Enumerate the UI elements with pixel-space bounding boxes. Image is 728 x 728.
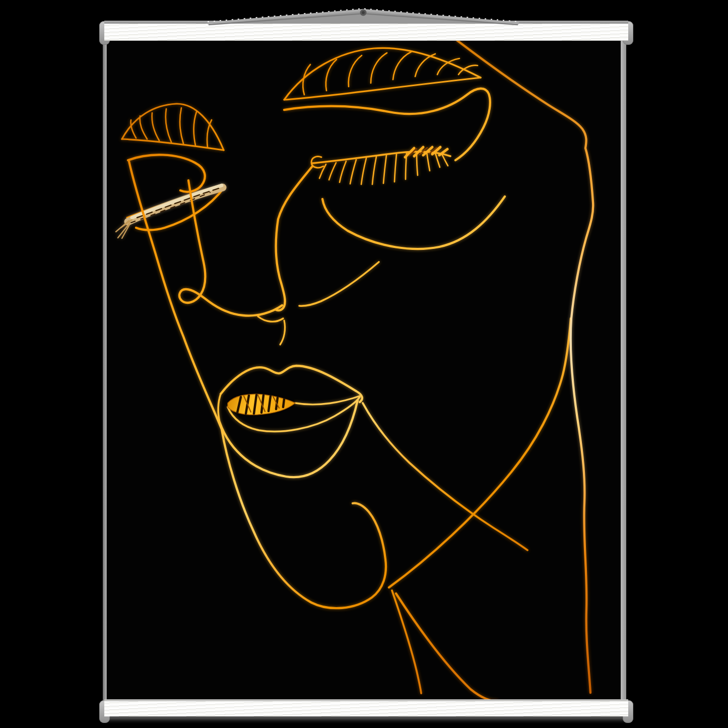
bottom-rail-shadow <box>101 716 631 723</box>
line-art-face <box>107 40 621 701</box>
cord-knob-center <box>362 11 365 14</box>
bottom-rail-wood-face <box>104 701 628 716</box>
bottom-hanger-rail <box>99 699 633 716</box>
poster-product-photo <box>0 0 728 728</box>
poster-right-edge <box>621 40 626 701</box>
poster-sheet <box>107 40 621 701</box>
hanging-cord <box>0 0 728 65</box>
line-strokes <box>116 40 593 701</box>
line-glow <box>116 40 593 701</box>
poster-left-edge <box>103 40 107 701</box>
mouth-gap <box>228 394 295 415</box>
